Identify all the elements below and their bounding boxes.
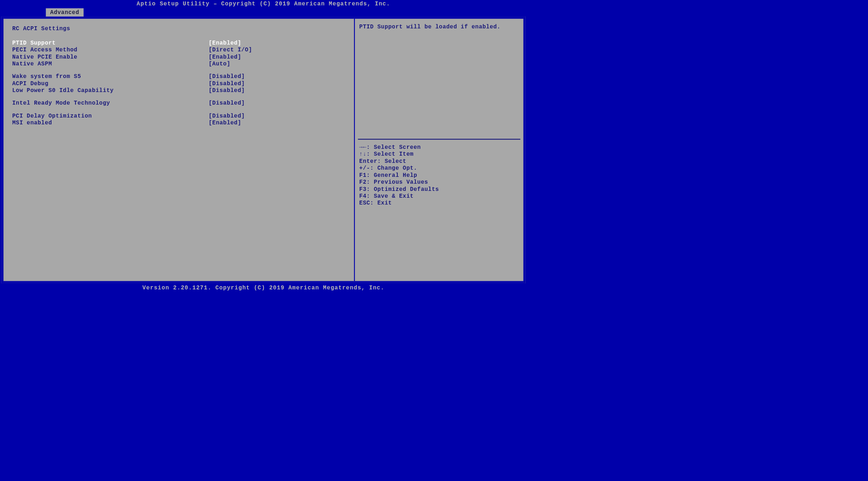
setting-label: PTID Support bbox=[12, 40, 209, 46]
setting-value[interactable]: [Disabled] bbox=[209, 80, 345, 87]
setting-value[interactable]: [Direct I/O] bbox=[209, 47, 345, 53]
setting-label: Native PCIE Enable bbox=[12, 54, 209, 60]
setting-value[interactable]: [Disabled] bbox=[209, 100, 345, 106]
setting-row[interactable]: Low Power S0 Idle Capability[Disabled] bbox=[12, 87, 345, 94]
setting-value[interactable]: [Auto] bbox=[209, 61, 345, 67]
setting-label: Low Power S0 Idle Capability bbox=[12, 87, 209, 94]
setting-spacer bbox=[12, 107, 345, 113]
key-help-line: F4: Save & Exit bbox=[359, 193, 519, 200]
setting-label: PECI Access Method bbox=[12, 47, 209, 53]
right-panel: PTID Support will be loaded if enabled. … bbox=[354, 18, 524, 282]
main-area: RC ACPI Settings PTID Support[Enabled]PE… bbox=[1, 17, 526, 283]
tab-advanced[interactable]: Advanced bbox=[46, 8, 83, 17]
key-help-line: F3: Optimized Defaults bbox=[359, 186, 519, 192]
key-help-line: →←: Select Screen bbox=[359, 144, 519, 151]
setting-row[interactable]: Native ASPM[Auto] bbox=[12, 61, 345, 67]
key-help-line: ESC: Exit bbox=[359, 200, 519, 206]
setting-row[interactable]: PTID Support[Enabled] bbox=[12, 40, 345, 46]
footer-version: Version 2.20.1271. Copyright (C) 2019 Am… bbox=[0, 283, 527, 292]
key-help-line: F1: General Help bbox=[359, 172, 519, 178]
setting-spacer bbox=[12, 94, 345, 100]
setting-label: MSI enabled bbox=[12, 120, 209, 126]
key-help-line: F2: Previous Values bbox=[359, 179, 519, 185]
header-title: Aptio Setup Utility – Copyright (C) 2019… bbox=[0, 0, 527, 8]
setting-label: PCI Delay Optimization bbox=[12, 113, 209, 119]
section-title: RC ACPI Settings bbox=[12, 25, 345, 32]
setting-row[interactable]: Intel Ready Mode Technology[Disabled] bbox=[12, 100, 345, 106]
setting-row[interactable]: PECI Access Method[Direct I/O] bbox=[12, 47, 345, 53]
setting-row[interactable]: MSI enabled[Enabled] bbox=[12, 120, 345, 126]
key-help: →←: Select Screen↑↓: Select ItemEnter: S… bbox=[355, 139, 524, 281]
setting-spacer bbox=[12, 68, 345, 73]
setting-label: ACPI Debug bbox=[12, 80, 209, 87]
bios-root: Aptio Setup Utility – Copyright (C) 2019… bbox=[0, 0, 527, 292]
setting-value[interactable]: [Enabled] bbox=[209, 54, 345, 60]
tab-bar: Advanced bbox=[0, 8, 527, 17]
settings-panel: RC ACPI Settings PTID Support[Enabled]PE… bbox=[3, 18, 354, 282]
help-text: PTID Support will be loaded if enabled. bbox=[355, 19, 524, 139]
key-help-line: ↑↓: Select Item bbox=[359, 151, 519, 157]
setting-row[interactable]: PCI Delay Optimization[Disabled] bbox=[12, 113, 345, 119]
setting-value[interactable]: [Disabled] bbox=[209, 73, 345, 80]
setting-label: Intel Ready Mode Technology bbox=[12, 100, 209, 106]
key-help-line: Enter: Select bbox=[359, 158, 519, 164]
setting-row[interactable]: Native PCIE Enable[Enabled] bbox=[12, 54, 345, 60]
setting-value[interactable]: [Disabled] bbox=[209, 87, 345, 94]
settings-list: PTID Support[Enabled]PECI Access Method[… bbox=[12, 40, 345, 126]
setting-row[interactable]: Wake system from S5[Disabled] bbox=[12, 73, 345, 80]
key-help-line: +/-: Change Opt. bbox=[359, 165, 519, 171]
setting-row[interactable]: ACPI Debug[Disabled] bbox=[12, 80, 345, 87]
setting-label: Native ASPM bbox=[12, 61, 209, 67]
setting-label: Wake system from S5 bbox=[12, 73, 209, 80]
setting-value[interactable]: [Enabled] bbox=[209, 120, 345, 126]
setting-value[interactable]: [Enabled] bbox=[209, 40, 345, 46]
setting-value[interactable]: [Disabled] bbox=[209, 113, 345, 119]
